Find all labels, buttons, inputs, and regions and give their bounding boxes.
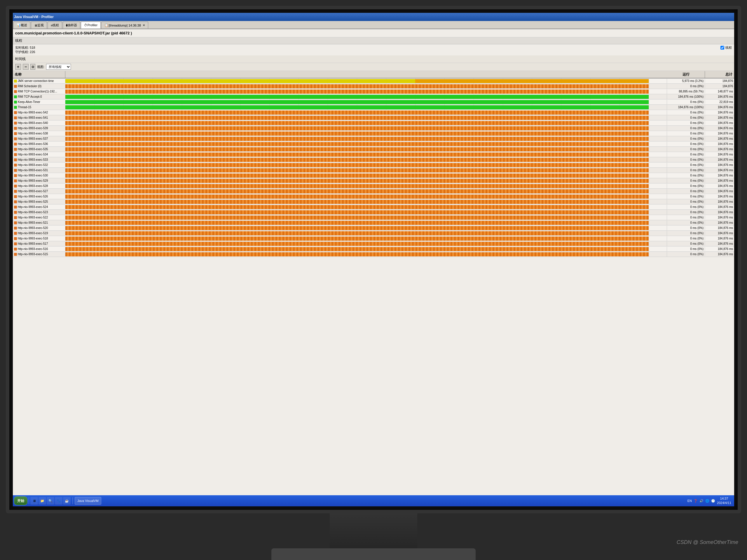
thread-name-text: http-nio-9993-exec-519	[18, 232, 48, 235]
thread-timeline-cell	[66, 205, 667, 209]
thread-row[interactable]: JMX server connection time5,973 ms (3.2%…	[13, 78, 734, 84]
thread-total-cell: 184,876 ms	[705, 194, 734, 198]
thread-total-cell: 184,876 ms	[705, 147, 734, 151]
thread-row[interactable]: RMI TCP Connection(1)-192...88,895 ms (5…	[13, 89, 734, 94]
thread-row[interactable]: http-nio-9993-exec-5400 ms (0%)184,876 m…	[13, 121, 734, 126]
thread-row[interactable]: http-nio-9993-exec-5310 ms (0%)184,876 m…	[13, 168, 734, 173]
tab-threads[interactable]: ≡ 线程	[48, 22, 62, 29]
thread-row[interactable]: http-nio-9993-exec-5290 ms (0%)184,876 m…	[13, 178, 734, 183]
thread-running-cell: 0 ms (0%)	[667, 194, 705, 198]
thread-name-cell: http-nio-9993-exec-516	[13, 247, 66, 251]
tab-overview[interactable]: 📊 概述	[14, 22, 30, 29]
thread-name-cell: http-nio-9993-exec-537	[13, 137, 66, 140]
thread-name-text: http-nio-9993-exec-527	[18, 190, 48, 193]
thread-row[interactable]: http-nio-9993-exec-5410 ms (0%)184,876 m…	[13, 115, 734, 121]
thread-row[interactable]: http-nio-9993-exec-5300 ms (0%)184,876 m…	[13, 173, 734, 178]
thread-row[interactable]: http-nio-9993-exec-5270 ms (0%)184,876 m…	[13, 189, 734, 194]
thread-row[interactable]: http-nio-9993-exec-5280 ms (0%)184,876 m…	[13, 183, 734, 189]
thread-running-cell: 0 ms (0%)	[667, 100, 705, 104]
thread-timeline-cell	[66, 184, 667, 188]
thread-row[interactable]: http-nio-9993-exec-5250 ms (0%)184,876 m…	[13, 199, 734, 205]
thread-name-cell: http-nio-9993-exec-526	[13, 194, 66, 198]
thread-name-text: http-nio-9993-exec-526	[18, 195, 48, 198]
tab-profiler[interactable]: ⏱ Profiler	[81, 22, 101, 29]
thread-name-text: http-nio-9993-exec-532	[18, 163, 48, 166]
thread-row[interactable]: http-nio-9993-exec-5350 ms (0%)184,876 m…	[13, 147, 734, 152]
thread-name-text: http-nio-9993-exec-524	[18, 205, 48, 209]
thread-row[interactable]: Thread-15184,876 ms (100%)184,876 ms	[13, 105, 734, 110]
thread-row[interactable]: http-nio-9993-exec-5340 ms (0%)184,876 m…	[13, 152, 734, 157]
tab-close-icon[interactable]: ✕	[143, 24, 145, 27]
thread-row[interactable]: http-nio-9993-exec-5150 ms (0%)184,876 m…	[13, 252, 734, 257]
thread-row[interactable]: RMI TCP Accept-0184,876 ms (100%)184,876…	[13, 94, 734, 100]
thread-row[interactable]: http-nio-9993-exec-5200 ms (0%)184,876 m…	[13, 225, 734, 231]
thread-indicator	[14, 226, 17, 230]
thread-row[interactable]: http-nio-9993-exec-5240 ms (0%)184,876 m…	[13, 205, 734, 210]
taskbar-divider	[29, 497, 29, 504]
thread-row[interactable]: http-nio-9993-exec-5260 ms (0%)184,876 m…	[13, 194, 734, 199]
col-header-name: 名称	[13, 71, 66, 78]
thread-running-cell: 0 ms (0%)	[667, 179, 705, 183]
quick-icon-5[interactable]: ☕	[63, 497, 71, 505]
thread-row[interactable]: http-nio-9993-exec-5220 ms (0%)184,876 m…	[13, 215, 734, 220]
quick-icon-3[interactable]: 🔍	[47, 497, 54, 505]
thread-row[interactable]: http-nio-9993-exec-5190 ms (0%)184,876 m…	[13, 231, 734, 236]
thread-running-cell: 184,876 ms (100%)	[667, 95, 705, 99]
thread-row[interactable]: RMI Scheduler (0)0 ms (0%)184,876	[13, 84, 734, 89]
start-button[interactable]: 开始	[14, 497, 27, 505]
thread-name-cell: RMI TCP Connection(1)-192...	[13, 89, 66, 93]
thread-total-cell: 184,876 ms	[705, 121, 734, 125]
tray-clock-icon: 🕐	[711, 499, 715, 503]
zoom-fit-btn[interactable]: ⊙	[30, 64, 35, 70]
app-title: Java VisualVM - Profiler	[14, 15, 54, 19]
thread-timeline-cell	[66, 79, 667, 83]
thread-name-cell: http-nio-9993-exec-539	[13, 126, 66, 130]
quick-icon-2[interactable]: 📁	[38, 497, 46, 505]
thread-name-cell: http-nio-9993-exec-515	[13, 252, 66, 256]
tab-threaddump[interactable]: 📋 [threaddump] 14:36:38 ✕	[101, 22, 148, 29]
thread-total-cell: 184,876 ms	[705, 158, 734, 162]
thread-row[interactable]: http-nio-9993-exec-5370 ms (0%)184,876 m…	[13, 136, 734, 141]
thread-row[interactable]: http-nio-9993-exec-5420 ms (0%)184,876 m…	[13, 110, 734, 115]
thread-row[interactable]: http-nio-9993-exec-5320 ms (0%)184,876 m…	[13, 162, 734, 168]
taskbar-app-item[interactable]: Java VisualVM	[75, 497, 101, 505]
thread-name-text: http-nio-9993-exec-533	[18, 158, 48, 161]
tab-sampler[interactable]: ⧫ 抽样器	[63, 22, 80, 29]
thread-name-text: http-nio-9993-exec-521	[18, 221, 48, 224]
quick-icon-1[interactable]: 🖥	[30, 497, 38, 505]
thread-row[interactable]: http-nio-9993-exec-5180 ms (0%)184,876 m…	[13, 236, 734, 241]
thread-total-cell: 184,876 ms	[705, 168, 734, 172]
thread-name-text: http-nio-9993-exec-540	[18, 121, 48, 125]
thread-table-container: 名称 14:36:50 14:36:55 14:37:00 14:37:05 1…	[13, 71, 734, 500]
thread-name-cell: http-nio-9993-exec-528	[13, 184, 66, 188]
thread-row[interactable]: http-nio-9993-exec-5390 ms (0%)184,876 m…	[13, 126, 734, 131]
quick-icon-4[interactable]: 🐾	[55, 497, 62, 505]
thread-timeline-cell	[66, 147, 667, 152]
thread-name-cell: http-nio-9993-exec-523	[13, 210, 66, 214]
thread-row[interactable]: http-nio-9993-exec-5230 ms (0%)184,876 m…	[13, 210, 734, 215]
thread-bar	[66, 237, 649, 241]
thread-row[interactable]: Keep-Alive-Timer0 ms (0%)22,819 ms	[13, 100, 734, 105]
thread-running-cell: 0 ms (0%)	[667, 84, 705, 88]
thread-bar	[66, 100, 649, 104]
thread-running-cell: 0 ms (0%)	[667, 205, 705, 209]
thread-row[interactable]: http-nio-9993-exec-5380 ms (0%)184,876 m…	[13, 131, 734, 136]
threads-checkbox[interactable]	[720, 46, 724, 50]
start-label: 开始	[17, 499, 24, 503]
thread-row[interactable]: http-nio-9993-exec-5170 ms (0%)184,876 m…	[13, 241, 734, 246]
thread-name-cell: http-nio-9993-exec-534	[13, 153, 66, 156]
thread-row[interactable]: http-nio-9993-exec-5210 ms (0%)184,876 m…	[13, 220, 734, 225]
tray-time-value: 14:37	[717, 497, 731, 501]
zoom-in-btn[interactable]: +	[15, 64, 21, 70]
thread-row[interactable]: http-nio-9993-exec-5330 ms (0%)184,876 m…	[13, 157, 734, 162]
thread-name-text: http-nio-9993-exec-522	[18, 216, 48, 219]
thread-row[interactable]: http-nio-9993-exec-5360 ms (0%)184,876 m…	[13, 141, 734, 147]
thread-rows[interactable]: JMX server connection time5,973 ms (3.2%…	[13, 78, 734, 496]
tab-monitor[interactable]: 🖥 监视	[31, 22, 47, 29]
thread-running-cell: 0 ms (0%)	[667, 132, 705, 135]
zoom-out-btn[interactable]: −	[23, 64, 29, 70]
thread-row[interactable]: http-nio-9993-exec-5160 ms (0%)184,876 m…	[13, 246, 734, 252]
view-label: 视图:	[37, 65, 44, 69]
monitor-bezel: Java VisualVM - Profiler 📊 概述 🖥 监视 ≡ 线程	[6, 6, 741, 513]
view-select[interactable]: 所有线程 运行中线程 等待线程	[46, 64, 71, 70]
